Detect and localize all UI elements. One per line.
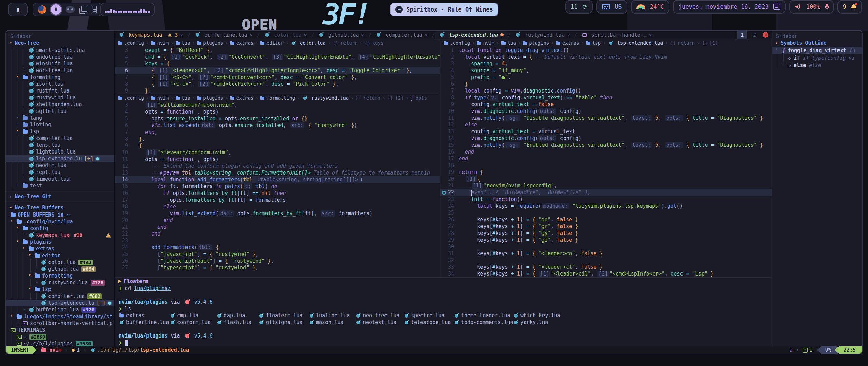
code-line[interactable]: 22 event = { "BufReadPre", "BufNewFile" … [440, 189, 772, 196]
keyboard-layout-widget[interactable]: US [596, 0, 627, 14]
tree-row[interactable]: ~/.c/n/l/plugins#3980 [6, 340, 114, 346]
tree-row[interactable]: ▾formatting [6, 272, 114, 279]
tree-row[interactable]: ▸linting [6, 121, 114, 128]
tab-close-icon[interactable]: × [304, 32, 307, 38]
outline-item[interactable]: └◇elseelse [772, 62, 862, 69]
code-line[interactable]: 18 [440, 162, 772, 169]
code-line[interactable]: 16 end [440, 148, 772, 155]
tab-bufferline-lua[interactable]: bufferline.lua× [191, 30, 257, 39]
code-line[interactable]: 17 opts.formatters_by_ft[ft] = formatter… [115, 197, 440, 203]
code-line[interactable]: 28 keys[#keys + 1] = { "gy", false } [440, 230, 772, 237]
outline-item[interactable]: ▾ƒtoggle_diag_virtextfu [772, 47, 862, 54]
code-line[interactable]: 32 [440, 257, 772, 264]
tab-keymaps-lua[interactable]: keymaps.lua3× [115, 30, 187, 39]
code-line[interactable]: 30 [440, 243, 772, 250]
tree-row[interactable]: shellharden.lua [6, 101, 114, 108]
notes-icon[interactable] [92, 6, 97, 13]
notifications-widget[interactable]: 9 [837, 0, 862, 14]
code-line[interactable]: 21 end [115, 224, 440, 230]
tree-row[interactable]: neodim.lua [6, 162, 114, 169]
clock-widget[interactable]: jueves, noviembre 16, 2023 [673, 0, 786, 14]
code-line[interactable]: 23 init = function() [440, 196, 772, 203]
tree-row[interactable]: └rustywind.lua#726 [6, 279, 114, 286]
code-line[interactable]: 10 vim.diagnostic.config(opts: config) [440, 108, 772, 115]
code-line[interactable]: 10 [1]"stevearc/conform.nvim", [115, 149, 440, 156]
code-line[interactable]: 12 else [440, 121, 772, 128]
code-line[interactable]: 9 }, [115, 87, 440, 94]
code-line[interactable]: 20 [1]{ [440, 176, 772, 182]
tab-close-icon[interactable]: × [180, 32, 183, 38]
tree-row[interactable]: ▾extras [6, 245, 114, 252]
tree-row[interactable]: └lsp-extended.lu[+] [6, 300, 114, 306]
tree-row[interactable]: └sqlfmt.lua [6, 108, 114, 115]
tree-row[interactable]: └scrollbar-handle-vertical.p [6, 320, 114, 327]
code-line[interactable]: 6 } [440, 81, 772, 87]
code-line[interactable]: 23 [115, 237, 440, 244]
code-line[interactable]: 34 keys[#keys + 1] = { [1]"<leader>cil",… [440, 270, 772, 277]
code-line[interactable]: 9 config.virtual_text = false [440, 101, 772, 108]
tree-row[interactable]: ▸test [6, 182, 114, 189]
code-line[interactable]: 5 prefix = "●", [440, 74, 772, 81]
code-line[interactable]: 27 ["typescript"] = { "rustywind" }, [115, 264, 440, 271]
tree-row[interactable]: ▾Juegos/Indies/SteamLibrary/st [6, 313, 114, 320]
tree-row[interactable]: ▾formatting [6, 74, 114, 81]
code-line[interactable]: 8 if type(v: config.virtual_text) == "ta… [440, 94, 772, 101]
tab-github-lua[interactable]: github.lua× [314, 30, 368, 39]
neo-tree-section-header[interactable]: ▾Neo-Tree Buffers [6, 204, 114, 211]
code-line[interactable]: 4 cmd = { [1]"CccPick", [2]"CccConvert",… [115, 54, 440, 60]
tree-row[interactable]: └keymaps.lua#10 [6, 232, 114, 239]
tab-close-icon[interactable]: × [250, 32, 253, 38]
tab-close-icon[interactable]: × [567, 32, 570, 38]
tab-rustywind-lua[interactable]: rustywind.lua× [511, 30, 574, 39]
code-line[interactable]: 7 local config = vim.diagnostic.config() [440, 87, 772, 94]
tab-page-2[interactable]: 2 [750, 30, 759, 39]
code-line[interactable]: 26 keys[#keys + 1] = { "gd", false } [440, 216, 772, 223]
tree-row[interactable]: OPEN BUFFERS in ~ [6, 211, 114, 218]
code-line[interactable]: 25 ["javascript"] = { "rustywind" }, [115, 251, 440, 258]
tree-row[interactable]: rustfmt.lua [6, 87, 114, 94]
neo-tree-section-header[interactable]: ▸Neo-Tree Git [6, 193, 114, 200]
tree-row[interactable]: ▾.config/nvim/lua [6, 218, 114, 225]
tree-row[interactable]: └github.lua#654 [6, 266, 114, 272]
code-line[interactable]: 8 { [1]"<C-c>", [2]"<cmd>CccPick<cr>", d… [115, 81, 440, 87]
tree-row[interactable]: └bufferline.lua#328 [6, 306, 114, 313]
code-line[interactable]: 21 [1]"neovim/nvim-lspconfig", [440, 182, 772, 189]
tab-compiler-lua[interactable]: compiler.lua× [372, 30, 432, 39]
code-line[interactable]: 3 spacing = 4, [440, 60, 772, 67]
symbols-outline-header[interactable]: ▾Symbols Outline [772, 39, 862, 47]
tree-row[interactable]: color.lua#493 [6, 259, 114, 266]
code-line[interactable]: 24 add_formatters(tbl: { [115, 244, 440, 251]
code-line[interactable]: 14 local function add_formatters(tbl :ta… [115, 176, 440, 183]
code-line[interactable]: 11 vim.notify(msg: "Disable diagnostics … [440, 115, 772, 121]
launcher-button[interactable]: ∧ [8, 3, 28, 16]
tree-row[interactable]: └timeout.lua [6, 176, 114, 182]
code-line[interactable]: 6 { [1]"<leader>uC", [2]"<cmd>CccHighlig… [115, 67, 440, 74]
tree-row[interactable]: rustywind.lua [6, 94, 114, 101]
tree-row[interactable]: undotree.lua [6, 54, 114, 60]
tree-row[interactable]: compiler.lua [6, 135, 114, 142]
tree-row[interactable]: ~#2859 [6, 333, 114, 340]
tree-row[interactable]: ▸lang [6, 115, 114, 121]
code-line[interactable]: 11 opts = function(_, opts) [115, 156, 440, 163]
vivaldi-icon[interactable]: V [51, 4, 61, 15]
code-line[interactable]: 3 [1]"williamboman/mason.nvim", [115, 102, 440, 108]
tree-row[interactable]: lsp-extended.lu[+] [6, 155, 114, 162]
weather-widget[interactable]: 24°C [631, 0, 669, 14]
tab-close-icon[interactable]: × [649, 32, 652, 38]
code-line[interactable]: 4 opts = function(_, opts) [115, 108, 440, 115]
code-line[interactable]: 5 opts.ensure_installed = opts.ensure_in… [115, 115, 440, 122]
tab-page-1[interactable]: 1 [737, 30, 747, 39]
tree-row[interactable]: lens.lua [6, 142, 114, 148]
code-line[interactable]: 1local function toggle_diag_virtext() [440, 47, 772, 54]
code-line[interactable]: 13 ---@param tbl table<string, conform.F… [115, 169, 440, 176]
code-line[interactable]: 3 event = { "BufRead" }, [115, 47, 440, 54]
code-line[interactable]: 26 ["javascriptreact"] = { "rustywind" }… [115, 258, 440, 264]
code-line[interactable]: 33 keys[#keys + 1] = { "<leader>cl", fal… [440, 264, 772, 270]
tab-close-icon[interactable]: × [361, 32, 364, 38]
tree-row[interactable]: └worktree.lua [6, 67, 114, 74]
windows-icon[interactable] [79, 6, 87, 13]
code-line[interactable]: 12 --- Extend the conform plugin config … [115, 163, 440, 169]
tree-row[interactable]: compiler.lua#682 [6, 293, 114, 300]
tree-row[interactable]: lightbulb.lua [6, 148, 114, 155]
tab-scrollbar-handle-[interactable]: scrollbar-handle-…× [577, 30, 656, 39]
